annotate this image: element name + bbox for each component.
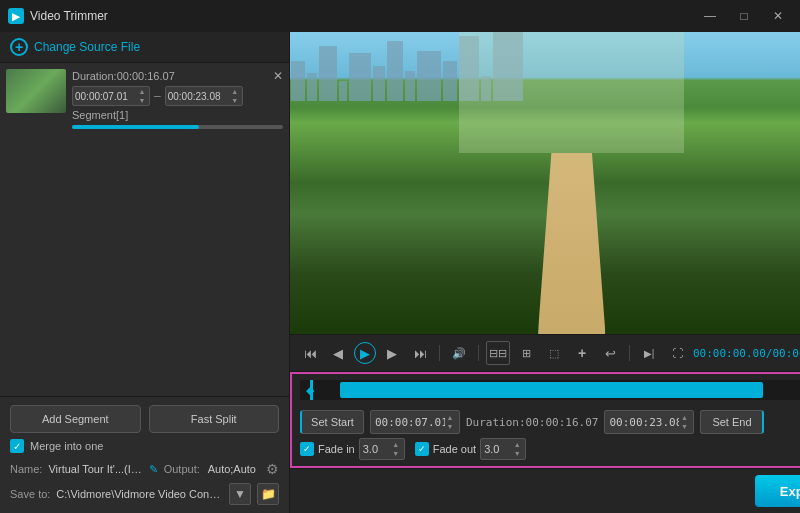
timeline-area: ◆ Set Start ▲ ▼ Duration:00:00:16.07 [290, 372, 800, 468]
fade-in-label: Fade in [318, 443, 355, 455]
fade-in-input[interactable] [363, 443, 391, 455]
start-time-down[interactable]: ▼ [137, 96, 147, 105]
trim-controls: Set Start ▲ ▼ Duration:00:00:16.07 ▲ ▼ [300, 406, 800, 434]
segment-thumbnail [6, 69, 66, 113]
volume-button[interactable]: 🔊 [447, 341, 471, 365]
add-icon: + [10, 38, 28, 56]
segment-progress-fill [72, 125, 199, 129]
building-2 [307, 73, 317, 101]
add-segment-button[interactable]: Add Segment [10, 405, 141, 433]
window-controls: — □ ✕ [696, 6, 792, 26]
add-button[interactable]: + [570, 341, 594, 365]
set-end-button[interactable]: Set End [700, 410, 764, 434]
building-1 [291, 61, 305, 101]
park-path [538, 153, 606, 334]
save-label: Save to: [10, 488, 50, 500]
edit-name-icon[interactable]: ✎ [149, 463, 158, 476]
fade-in-checkbox[interactable]: ✓ [300, 442, 314, 456]
building-6 [373, 66, 385, 101]
settings-icon[interactable]: ⚙ [266, 461, 279, 477]
save-path: C:\Vidmore\Vidmore Video Converter\Trimm… [56, 488, 223, 500]
step-forward-button[interactable]: ▶ [380, 341, 404, 365]
duration-text: Duration:00:00:16.07 [72, 70, 175, 82]
fade-out-checkbox[interactable]: ✓ [415, 442, 429, 456]
action-buttons: Add Segment Fast Split [10, 405, 279, 433]
crop-button[interactable]: ⬚ [542, 341, 566, 365]
close-button[interactable]: ✕ [764, 6, 792, 26]
timeline-playhead[interactable] [310, 380, 313, 400]
separator-1 [439, 345, 440, 361]
start-time-wrapper[interactable]: ▲ ▼ [72, 86, 150, 106]
fade-in-up[interactable]: ▲ [391, 440, 401, 449]
timeline-track[interactable]: ◆ [300, 380, 800, 400]
loop-button[interactable]: ⊟⊟ [486, 341, 510, 365]
end-time-wrapper[interactable]: ▲ ▼ [165, 86, 243, 106]
end-time-input[interactable] [168, 91, 230, 102]
segment-item: Duration:00:00:16.07 ✕ ▲ ▼ – [6, 69, 283, 129]
trim-start-up[interactable]: ▲ [445, 413, 455, 422]
fade-out-input[interactable] [484, 443, 512, 455]
start-time-input[interactable] [75, 91, 137, 102]
end-time-spinners[interactable]: ▲ ▼ [230, 87, 240, 105]
trim-start-box[interactable]: ▲ ▼ [370, 410, 460, 434]
name-label: Name: [10, 463, 42, 475]
save-folder-button[interactable]: 📁 [257, 483, 279, 505]
time-dash: – [154, 89, 161, 103]
name-value: Virtual Tour It'...(Intramuros).mp4 [48, 463, 142, 475]
fade-in-down[interactable]: ▼ [391, 449, 401, 458]
right-panel: ⏮ ◀ ▶ ▶ ⏭ 🔊 ⊟⊟ ⊞ ⬚ + ↩ ▶| ⛶ 00:00:00.00/… [290, 32, 800, 513]
go-start-button[interactable]: ⏮ [298, 341, 322, 365]
fade-controls: ✓ Fade in ▲ ▼ ✓ Fade out [300, 434, 800, 460]
fade-out-value-box[interactable]: ▲ ▼ [480, 438, 526, 460]
play-button[interactable]: ▶ [354, 342, 376, 364]
duration-display: Duration:00:00:16.07 [466, 416, 598, 429]
fade-out-up[interactable]: ▲ [512, 440, 522, 449]
merge-row[interactable]: ✓ Merge into one [10, 439, 279, 453]
segment-close-icon[interactable]: ✕ [273, 69, 283, 83]
play-out-button[interactable]: ▶| [637, 341, 661, 365]
merge-checkbox[interactable]: ✓ [10, 439, 24, 453]
fade-out-down[interactable]: ▼ [512, 449, 522, 458]
fade-in-group: ✓ Fade in ▲ ▼ [300, 438, 405, 460]
separator-2 [478, 345, 479, 361]
fast-split-button[interactable]: Fast Split [149, 405, 280, 433]
go-end-button[interactable]: ⏭ [408, 341, 432, 365]
building-4 [339, 81, 347, 101]
thumbnail-image [6, 69, 66, 113]
title-bar: ▶ Video Trimmer — □ ✕ [0, 0, 800, 32]
app-icon: ▶ [8, 8, 24, 24]
skyline [290, 47, 800, 101]
set-start-button[interactable]: Set Start [300, 410, 364, 434]
end-time-down[interactable]: ▼ [230, 96, 240, 105]
trim-end-input[interactable] [609, 416, 679, 429]
start-time-up[interactable]: ▲ [137, 87, 147, 96]
trim-end-up[interactable]: ▲ [679, 413, 689, 422]
video-background [290, 32, 800, 334]
building-3 [319, 46, 337, 101]
left-bottom: Add Segment Fast Split ✓ Merge into one … [0, 396, 289, 513]
fade-out-group: ✓ Fade out ▲ ▼ [415, 438, 526, 460]
building-10 [443, 61, 457, 101]
fullscreen-button[interactable]: ⛶ [665, 341, 689, 365]
building-13 [493, 32, 523, 101]
undo-button[interactable]: ↩ [598, 341, 622, 365]
output-label: Output: [164, 463, 202, 475]
segment-header: Duration:00:00:16.07 ✕ [72, 69, 283, 83]
export-button[interactable]: Export [755, 475, 800, 507]
trim-start-down[interactable]: ▼ [445, 422, 455, 431]
trim-end-box[interactable]: ▲ ▼ [604, 410, 694, 434]
screenshot-button[interactable]: ⊞ [514, 341, 538, 365]
start-time-spinners[interactable]: ▲ ▼ [137, 87, 147, 105]
maximize-button[interactable]: □ [730, 6, 758, 26]
trim-end-down[interactable]: ▼ [679, 422, 689, 431]
trim-start-input[interactable] [375, 416, 445, 429]
change-source-section[interactable]: + Change Source File [0, 32, 289, 63]
time-display: 00:00:00.00/00:00:30.01 [693, 347, 800, 360]
fade-in-value-box[interactable]: ▲ ▼ [359, 438, 405, 460]
step-back-button[interactable]: ◀ [326, 341, 350, 365]
save-dropdown-button[interactable]: ▼ [229, 483, 251, 505]
building-12 [481, 76, 491, 101]
minimize-button[interactable]: — [696, 6, 724, 26]
building-8 [405, 71, 415, 101]
end-time-up[interactable]: ▲ [230, 87, 240, 96]
